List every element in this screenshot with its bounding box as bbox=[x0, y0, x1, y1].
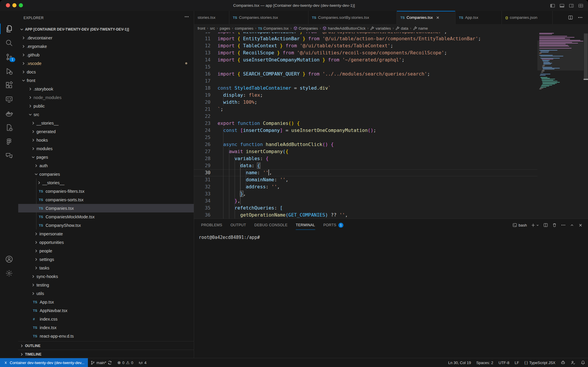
timeline-section[interactable]: TIMELINE bbox=[18, 350, 194, 358]
tree-folder-src[interactable]: src bbox=[18, 110, 194, 119]
feedback-item[interactable] bbox=[568, 358, 578, 367]
breadcrumb-item-companies[interactable]: companies bbox=[235, 26, 253, 31]
breadcrumb[interactable]: front›src›pages›companies›TSCompanies.ts… bbox=[194, 24, 588, 32]
toggle-secondary-sidebar-icon[interactable] bbox=[568, 2, 574, 9]
split-terminal-icon[interactable] bbox=[543, 223, 548, 227]
editor-scrollbar[interactable] bbox=[584, 32, 588, 219]
tree-folder-opportunities[interactable]: opportunities bbox=[18, 238, 194, 247]
breadcrumb-item-Companies.tsx[interactable]: TSCompanies.tsx bbox=[258, 26, 289, 31]
tab-companies.json[interactable]: {}companies.json bbox=[502, 11, 553, 24]
problems-item[interactable]: ⊗ 0 ⚠ 0 bbox=[115, 358, 136, 367]
breadcrumb-item-Companies[interactable]: Companies bbox=[293, 26, 318, 31]
panel-tab-ports[interactable]: PORTS1 bbox=[320, 219, 346, 231]
tree-file-companies-filters.tsx[interactable]: TScompanies-filters.tsx bbox=[18, 187, 194, 195]
activity-figma-icon[interactable] bbox=[0, 135, 18, 149]
encoding-item[interactable]: UTF-8 bbox=[496, 358, 512, 367]
tree-folder-impersonate[interactable]: impersonate bbox=[18, 229, 194, 238]
activity-comments-icon[interactable] bbox=[0, 149, 18, 163]
panel-tab-output[interactable]: OUTPUT bbox=[228, 219, 249, 231]
eol-item[interactable]: LF bbox=[512, 358, 522, 367]
tree-file-App.tsx[interactable]: TSApp.tsx bbox=[18, 298, 194, 306]
git-branch-item[interactable]: main* bbox=[88, 358, 115, 367]
tree-folder-companies[interactable]: companies bbox=[18, 170, 194, 178]
code-editor[interactable]: 10import { WithTopBarContainer } from '@… bbox=[194, 32, 588, 219]
notifications-bell-icon[interactable] bbox=[578, 358, 588, 367]
tree-folder-testing[interactable]: testing bbox=[18, 281, 194, 289]
tree-folder-.devcontainer[interactable]: .devcontainer bbox=[18, 33, 194, 42]
breadcrumb-item-data[interactable]: data bbox=[395, 26, 408, 31]
tree-folder-.vscode[interactable]: .vscode bbox=[18, 59, 194, 68]
terminal-shell-item[interactable]: bash bbox=[512, 223, 527, 227]
tree-folder-people[interactable]: people bbox=[18, 247, 194, 255]
tree-folder-tasks[interactable]: tasks bbox=[18, 264, 194, 272]
tab-stories.tsx[interactable]: stories.tsx bbox=[194, 11, 229, 24]
tree-folder-front[interactable]: front bbox=[18, 76, 194, 85]
breadcrumb-item-front[interactable]: front bbox=[198, 26, 205, 31]
close-panel-icon[interactable] bbox=[578, 223, 583, 227]
activity-settings-gear-icon[interactable] bbox=[0, 266, 18, 280]
activity-docker-icon[interactable] bbox=[0, 106, 18, 120]
minimap[interactable] bbox=[537, 32, 584, 219]
close-tab-icon[interactable] bbox=[436, 16, 440, 20]
kill-terminal-icon[interactable] bbox=[552, 223, 557, 227]
activity-extensions-icon[interactable] bbox=[0, 78, 18, 92]
toggle-sidebar-icon[interactable] bbox=[549, 2, 556, 9]
tab-Companies.tsx[interactable]: TSCompanies.tsx bbox=[397, 11, 455, 24]
tree-folder-.storybook[interactable]: .storybook bbox=[18, 85, 194, 93]
breadcrumb-item-src[interactable]: src bbox=[210, 26, 215, 31]
customize-layout-icon[interactable] bbox=[577, 2, 584, 9]
tab-Companies.stories.tsx[interactable]: TSCompanies.stories.tsx bbox=[229, 11, 308, 24]
sync-icon[interactable] bbox=[108, 361, 112, 365]
tree-file-react-app-env.d.ts[interactable]: TSreact-app-env.d.ts bbox=[18, 332, 194, 340]
tree-folder-settings[interactable]: settings bbox=[18, 255, 194, 264]
maximize-panel-icon[interactable] bbox=[570, 223, 574, 227]
tree-folder-sync-hooks[interactable]: sync-hooks bbox=[18, 272, 194, 281]
tree-folder-generated[interactable]: generated bbox=[18, 127, 194, 136]
activity-files-icon[interactable] bbox=[0, 22, 18, 36]
tree-folder-auth[interactable]: auth bbox=[18, 161, 194, 170]
explorer-more-actions-icon[interactable] bbox=[184, 14, 189, 19]
activity-remote-explorer-icon[interactable] bbox=[0, 92, 18, 106]
breadcrumb-item-pages[interactable]: pages bbox=[220, 26, 230, 31]
breadcrumb-item-variables[interactable]: variables bbox=[370, 26, 391, 31]
tree-folder-pages[interactable]: pages bbox=[18, 153, 194, 161]
tree-file-AppNavbar.tsx[interactable]: TSAppNavbar.tsx bbox=[18, 306, 194, 315]
tree-folder-node_modules[interactable]: node_modules bbox=[18, 93, 194, 102]
tree-folder-utils[interactable]: utils bbox=[18, 289, 194, 298]
tree-file-index.css[interactable]: #index.css bbox=[18, 315, 194, 323]
activity-run-debug-icon[interactable] bbox=[0, 64, 18, 78]
activity-account-icon[interactable] bbox=[0, 252, 18, 266]
tree-folder-hooks[interactable]: hooks bbox=[18, 136, 194, 144]
editor-more-actions-icon[interactable] bbox=[578, 15, 583, 20]
explorer-section-header[interactable]: APP [CONTAINER DEV-TWENTY-DEV (DEV-TWENT… bbox=[19, 25, 194, 33]
tab-Companies.sortBy.stories.tsx[interactable]: TSCompanies.sortBy.stories.tsx bbox=[308, 11, 397, 24]
language-mode-item[interactable]: { } TypeScript JSX bbox=[522, 358, 558, 367]
tree-file-CompanyShow.tsx[interactable]: TSCompanyShow.tsx bbox=[18, 221, 194, 229]
tree-folder-__stories__[interactable]: __stories__ bbox=[18, 119, 194, 127]
split-editor-icon[interactable] bbox=[568, 15, 573, 20]
activity-dev-container-config-icon[interactable] bbox=[0, 120, 18, 135]
ports-item[interactable]: 4 bbox=[136, 358, 149, 367]
tree-folder-public[interactable]: public bbox=[18, 102, 194, 110]
panel-tab-terminal[interactable]: TERMINAL bbox=[293, 219, 318, 231]
activity-source-control-icon[interactable]: 1 bbox=[0, 50, 18, 64]
indentation-item[interactable]: Spaces: 2 bbox=[474, 358, 496, 367]
scrollbar-thumb[interactable] bbox=[584, 33, 588, 79]
tree-folder-.github[interactable]: .github bbox=[18, 51, 194, 59]
cursor-position-item[interactable]: Ln 30, Col 19 bbox=[446, 358, 474, 367]
panel-tab-problems[interactable]: PROBLEMS bbox=[198, 219, 225, 231]
tree-file-index.tsx[interactable]: TSindex.tsx bbox=[18, 323, 194, 332]
tree-file-Companies.tsx[interactable]: TSCompanies.tsx bbox=[18, 204, 194, 212]
breadcrumb-item-handleAddButtonClick[interactable]: handleAddButtonClick bbox=[323, 26, 365, 31]
breadcrumb-item-name[interactable]: name bbox=[413, 26, 428, 31]
new-terminal-icon[interactable] bbox=[531, 223, 539, 227]
remote-indicator[interactable]: Container dev-twenty-dev (dev-twenty-dev… bbox=[0, 358, 88, 367]
tree-folder-modules[interactable]: modules bbox=[18, 144, 194, 153]
outline-section[interactable]: OUTLINE bbox=[18, 341, 194, 350]
toggle-panel-icon[interactable] bbox=[559, 2, 565, 9]
tree-folder-__stories__[interactable]: __stories__ bbox=[18, 178, 194, 187]
tree-file-CompaniesMockMode.tsx[interactable]: TSCompaniesMockMode.tsx bbox=[18, 212, 194, 221]
activity-search-icon[interactable] bbox=[0, 36, 18, 50]
panel-more-actions-icon[interactable] bbox=[561, 223, 566, 227]
tree-file-companies-sorts.tsx[interactable]: TScompanies-sorts.tsx bbox=[18, 195, 194, 204]
